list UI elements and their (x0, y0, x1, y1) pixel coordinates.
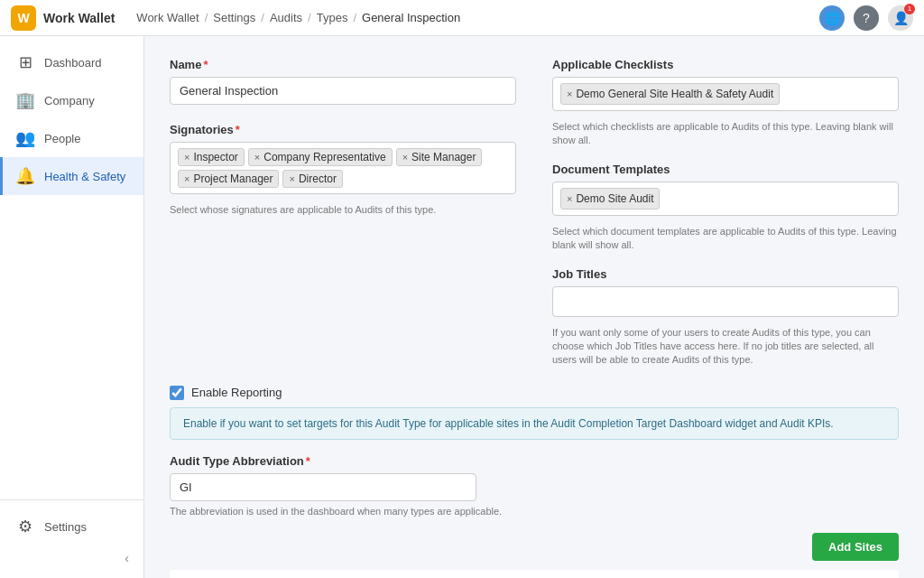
col-site-name: Site Name (170, 570, 329, 578)
app-logo: W (11, 5, 36, 31)
app-title: Work Wallet (43, 11, 115, 25)
checklist-tag-demo: × Demo General Site Health & Safety Audi… (560, 83, 780, 105)
name-label: Name* (170, 58, 516, 71)
name-section: Name* (170, 58, 516, 105)
top-nav: W Work Wallet Work Wallet / Settings / A… (0, 0, 924, 36)
job-titles-label: Job Titles (552, 267, 899, 281)
breadcrumb: Work Wallet / Settings / Audits / Types … (136, 11, 812, 24)
sidebar-label-company: Company (44, 94, 95, 107)
col-highlight: Highlight Due (550, 570, 682, 578)
notification-badge: 1 (904, 4, 915, 14)
sidebar-label-settings: Settings (44, 520, 87, 534)
right-column: Applicable Checklists × Demo General Sit… (552, 58, 899, 368)
nav-icons: 🌐 ? 👤 1 (819, 5, 913, 31)
sites-table: Site Name # Required Due Every Highlight… (170, 570, 899, 578)
sidebar-item-health-safety[interactable]: 🔔 Health & Safety (0, 157, 143, 195)
abbrev-label: Audit Type Abbreviation* (170, 454, 899, 468)
enable-reporting-section: Enable Reporting (170, 386, 899, 400)
company-icon: 🏢 (15, 90, 35, 110)
signatory-tag-inspector: × Inspector (178, 148, 245, 166)
job-titles-input[interactable] (552, 286, 899, 317)
sidebar-item-company[interactable]: 🏢 Company (0, 81, 143, 119)
sidebar-label-dashboard: Dashboard (44, 56, 102, 70)
name-input[interactable] (170, 77, 516, 105)
abbreviation-section: Audit Type Abbreviation* The abbreviatio… (170, 454, 899, 518)
signatories-label: Signatories* (170, 123, 516, 136)
signatories-input[interactable]: × Inspector × Company Representative × S… (170, 142, 516, 194)
signatories-section: Signatories* × Inspector × Company Repre… (170, 123, 516, 217)
add-sites-button[interactable]: Add Sites (812, 533, 899, 561)
enable-reporting-label[interactable]: Enable Reporting (191, 386, 282, 399)
layout: ⊞ Dashboard 🏢 Company 👥 People 🔔 Health … (0, 36, 924, 578)
globe-icon-button[interactable]: 🌐 (819, 5, 845, 31)
sidebar-label-people: People (44, 132, 80, 145)
signatory-tag-company-rep: × Company Representative (248, 148, 393, 166)
left-column: Name* Signatories* × Inspector × (170, 58, 516, 368)
doc-templates-label: Document Templates (552, 163, 899, 176)
signatory-tag-director: × Director (282, 170, 342, 188)
doc-templates-hint: Select which document templates are appl… (552, 225, 899, 253)
sidebar-bottom: ⚙ Settings ‹ (0, 499, 143, 578)
people-icon: 👥 (15, 128, 35, 148)
doc-templates-input[interactable]: × Demo Site Audit (552, 182, 899, 216)
job-titles-section: Job Titles If you want only some of your… (552, 267, 899, 368)
doc-template-tag-demo: × Demo Site Audit (560, 188, 660, 210)
breadcrumb-current: General Inspection (362, 11, 460, 24)
col-actions (826, 570, 899, 578)
sidebar-label-health-safety: Health & Safety (44, 170, 125, 183)
col-exceptions: 📅 Exceptions (682, 570, 826, 578)
sidebar-item-people[interactable]: 👥 People (0, 119, 143, 157)
abbrev-hint: The abbreviation is used in the dashboar… (170, 505, 899, 518)
help-icon-button[interactable]: ? (854, 5, 879, 31)
enable-reporting-checkbox[interactable] (170, 386, 184, 400)
signatories-hint: Select whose signatures are applicable t… (170, 203, 516, 217)
signatory-tag-project-manager: × Project Manager (178, 170, 279, 188)
signatory-tag-site-manager: × Site Manager (396, 148, 483, 166)
sidebar-collapse-button[interactable]: ‹ (119, 545, 134, 571)
settings-icon: ⚙ (15, 517, 35, 536)
health-safety-icon: 🔔 (15, 166, 35, 186)
breadcrumb-work-wallet[interactable]: Work Wallet (136, 11, 199, 24)
table-header-row: Site Name # Required Due Every Highlight… (170, 570, 899, 578)
breadcrumb-settings[interactable]: Settings (213, 11, 255, 24)
dashboard-icon: ⊞ (15, 52, 35, 72)
user-icon-button[interactable]: 👤 1 (888, 5, 913, 31)
job-titles-hint: If you want only some of your users to c… (552, 326, 899, 368)
checklists-input[interactable]: × Demo General Site Health & Safety Audi… (552, 77, 899, 111)
breadcrumb-types[interactable]: Types (317, 11, 348, 24)
breadcrumb-audits[interactable]: Audits (270, 11, 302, 24)
enable-reporting-info: Enable if you want to set targets for th… (170, 407, 899, 440)
sidebar: ⊞ Dashboard 🏢 Company 👥 People 🔔 Health … (0, 36, 144, 578)
checklists-label: Applicable Checklists (552, 58, 899, 71)
sidebar-item-settings[interactable]: ⚙ Settings (0, 508, 143, 545)
col-required: # Required (329, 570, 441, 578)
main-content: Name* Signatories* × Inspector × (144, 36, 924, 578)
checklists-section: Applicable Checklists × Demo General Sit… (552, 58, 899, 148)
doc-templates-section: Document Templates × Demo Site Audit Sel… (552, 163, 899, 253)
add-sites-row: Add Sites (170, 533, 899, 570)
col-due-every: Due Every (441, 570, 550, 578)
sidebar-item-dashboard[interactable]: ⊞ Dashboard (0, 43, 143, 81)
abbrev-input[interactable] (170, 473, 476, 501)
checklists-hint: Select which checklists are applicable t… (552, 120, 899, 148)
form-grid: Name* Signatories* × Inspector × (170, 58, 899, 368)
